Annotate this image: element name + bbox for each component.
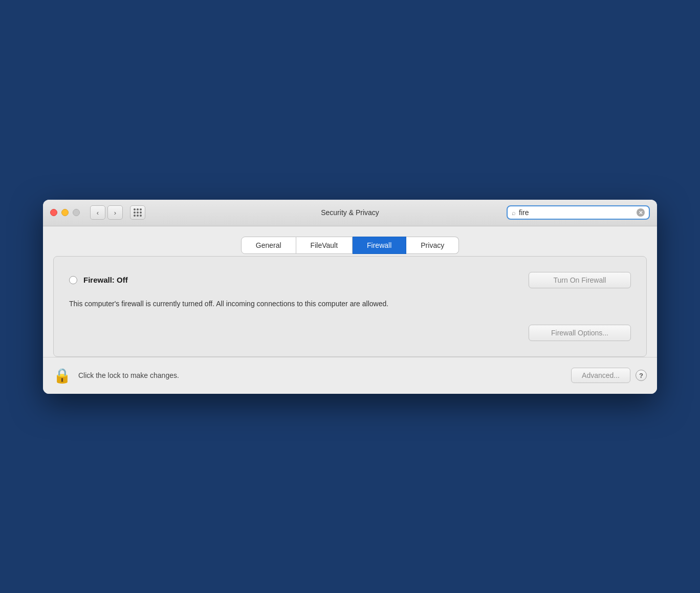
tab-filevault[interactable]: FileVault — [296, 237, 353, 254]
nav-buttons: ‹ › — [90, 205, 123, 220]
firewall-options-row: Firewall Options... — [69, 325, 631, 341]
tab-privacy[interactable]: Privacy — [406, 237, 459, 254]
window-title: Security & Privacy — [321, 208, 379, 217]
help-button[interactable]: ? — [636, 370, 647, 381]
firewall-radio[interactable] — [69, 276, 77, 284]
search-input[interactable] — [519, 208, 633, 217]
content-area: General FileVault Firewall Privacy Firew… — [43, 226, 657, 357]
search-clear-button[interactable]: ✕ — [637, 208, 645, 217]
back-icon: ‹ — [97, 209, 99, 217]
lock-icon[interactable]: 🔒 — [53, 367, 71, 384]
firewall-header: Firewall: Off Turn On Firewall — [69, 272, 631, 288]
firewall-description: This computer's firewall is currently tu… — [69, 299, 427, 309]
grid-view-button[interactable] — [130, 205, 145, 220]
lock-label: Click the lock to make changes. — [78, 371, 179, 379]
firewall-options-button[interactable]: Firewall Options... — [529, 325, 631, 341]
footer-right: Advanced... ? — [571, 368, 647, 383]
firewall-status-label: Firewall: Off — [83, 276, 128, 284]
window: ‹ › Security & Privacy ⌕ ✕ General FileV… — [43, 200, 657, 394]
forward-icon: › — [114, 209, 116, 217]
tab-firewall[interactable]: Firewall — [353, 237, 406, 254]
grid-icon — [134, 208, 142, 217]
search-box[interactable]: ⌕ ✕ — [507, 205, 650, 220]
back-button[interactable]: ‹ — [90, 205, 105, 220]
turn-on-firewall-button[interactable]: Turn On Firewall — [529, 272, 631, 288]
close-button[interactable] — [50, 209, 57, 216]
tabs-bar: General FileVault Firewall Privacy — [53, 237, 647, 254]
forward-button[interactable]: › — [107, 205, 123, 220]
titlebar: ‹ › Security & Privacy ⌕ ✕ — [43, 200, 657, 226]
traffic-lights — [50, 209, 80, 216]
footer: 🔒 Click the lock to make changes. Advanc… — [43, 357, 657, 394]
advanced-button[interactable]: Advanced... — [571, 368, 630, 383]
firewall-status: Firewall: Off — [69, 276, 128, 284]
search-icon: ⌕ — [512, 209, 516, 217]
minimize-button[interactable] — [61, 209, 69, 216]
maximize-button[interactable] — [73, 209, 80, 216]
main-panel: Firewall: Off Turn On Firewall This comp… — [53, 256, 647, 357]
tab-general[interactable]: General — [241, 237, 296, 254]
